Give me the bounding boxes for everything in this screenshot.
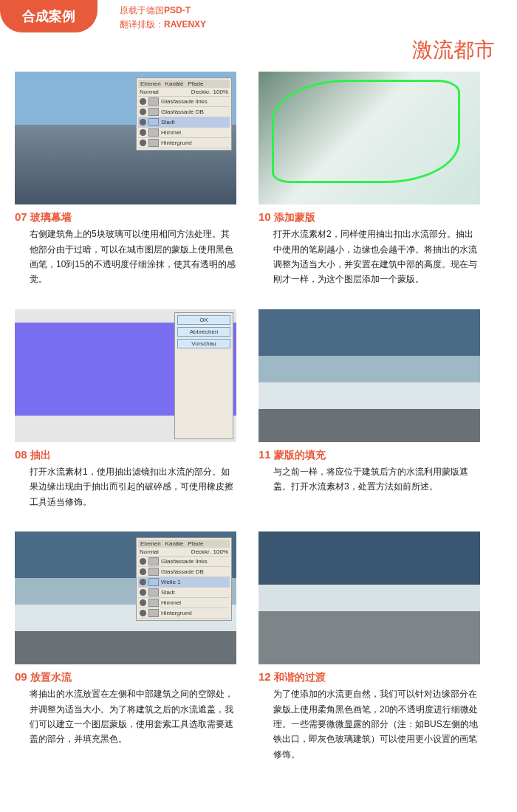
- layer-thumb: [148, 118, 159, 126]
- blend-mode: Normal: [140, 548, 159, 555]
- layer-thumb: [148, 578, 159, 586]
- step-title: 和谐的过渡: [274, 670, 326, 684]
- step-body: 打开水流素材1，使用抽出滤镜扣出水流的部分。如果边缘出现由于抽出而引起的破碎感，…: [15, 464, 236, 509]
- step-number: 09: [15, 670, 27, 684]
- opacity-label: Deckkr.: [191, 89, 211, 95]
- step-image: [258, 531, 480, 664]
- panel-tabs: Ebenen Kanäle Pfade: [138, 80, 230, 88]
- step-number: 12: [258, 670, 271, 684]
- layer-thumb: [148, 97, 159, 106]
- eye-icon: [140, 558, 146, 565]
- layer-name: Himmel: [161, 599, 181, 606]
- layer-name: Glasfassade DB: [161, 109, 204, 115]
- step-12: 12 和谐的过渡 为了使添加的水流更自然，我们可以针对边缘部分在蒙版上使用柔角黑…: [258, 531, 480, 762]
- eye-icon: [140, 599, 146, 606]
- layer-thumb: [148, 108, 159, 116]
- layers-panel: Ebenen Kanäle Pfade NormalDeckkr.100% Gl…: [136, 78, 232, 151]
- steps-grid: Ebenen Kanäle Pfade NormalDeckkr.100% Gl…: [0, 72, 517, 762]
- cancel-button: Abbrechen: [177, 327, 230, 337]
- step-10: 10 添加蒙版 打开水流素材2，同样使用抽出扣出水流部分。抽出中使用的笔刷越小，…: [258, 72, 480, 287]
- eye-icon: [140, 119, 146, 125]
- opacity-value: 100%: [213, 89, 228, 95]
- step-body: 右侧建筑角上的5块玻璃可以使用相同方法处理。其他部分由于过暗，可以在城市图层的蒙…: [15, 227, 236, 287]
- layers-panel: Ebenen Kanäle Pfade NormalDeckkr.100% Gl…: [136, 537, 232, 621]
- layer-thumb: [148, 139, 159, 147]
- step-title: 抽出: [30, 448, 51, 461]
- opacity-label: Deckkr.: [191, 548, 211, 555]
- layer-name: Glasfassade links: [161, 98, 208, 105]
- panel-tabs: Ebenen Kanäle Pfade: [138, 540, 230, 548]
- tab-paths: Pfade: [188, 540, 204, 547]
- tab-paths: Pfade: [188, 80, 204, 87]
- step-title: 添加蒙版: [274, 210, 315, 224]
- tab-channels: Kanäle: [165, 540, 184, 547]
- layer-name: Hintergrund: [161, 610, 192, 616]
- eye-icon: [140, 610, 146, 616]
- step-number: 10: [258, 210, 271, 224]
- step-image: OK Abbrechen Vorschau: [15, 309, 236, 442]
- eye-icon: [140, 568, 146, 575]
- opacity-value: 100%: [213, 548, 228, 555]
- preview-button: Vorschau: [177, 339, 230, 348]
- step-title: 玻璃幕墙: [30, 210, 72, 224]
- step-08: OK Abbrechen Vorschau 08 抽出 打开水流素材1，使用抽出…: [15, 309, 236, 509]
- step-title: 蒙版的填充: [274, 448, 326, 461]
- layer-thumb: [148, 568, 159, 576]
- main-title: 激流都市: [0, 36, 495, 64]
- translator-label: 翻译排版：: [120, 19, 164, 30]
- credits: 原载于德国PSD-T 翻译排版：RAVENXY: [120, 0, 206, 32]
- layer-thumb: [148, 588, 159, 596]
- step-11: 11 蒙版的填充 与之前一样，将应位于建筑后方的水流利用蒙版遮盖。打开水流素材3…: [258, 309, 480, 509]
- step-07: Ebenen Kanäle Pfade NormalDeckkr.100% Gl…: [15, 72, 236, 287]
- step-title: 放置水流: [30, 670, 72, 684]
- layer-name: Stadt: [161, 589, 175, 596]
- tab-layers: Ebenen: [140, 540, 161, 547]
- eye-icon: [140, 589, 146, 596]
- blend-mode: Normal: [140, 89, 159, 95]
- step-09: Ebenen Kanäle Pfade NormalDeckkr.100% Gl…: [15, 531, 236, 762]
- source-value: PSD-T: [164, 5, 191, 16]
- step-body: 为了使添加的水流更自然，我们可以针对边缘部分在蒙版上使用柔角黑色画笔，20的不透…: [258, 687, 480, 762]
- layer-name: Stadt: [161, 119, 175, 125]
- step-image: Ebenen Kanäle Pfade NormalDeckkr.100% Gl…: [15, 72, 236, 204]
- step-image: [258, 72, 480, 204]
- layer-thumb: [148, 128, 159, 137]
- source-label: 原载于德国: [120, 5, 164, 16]
- step-body: 打开水流素材2，同样使用抽出扣出水流部分。抽出中使用的笔刷越小，边缘也会越干净。…: [258, 227, 480, 287]
- eye-icon: [140, 129, 146, 136]
- step-number: 11: [258, 448, 271, 461]
- step-body: 将抽出的水流放置在左侧和中部建筑之间的空隙处，并调整为适当大小。为了将建筑之后的…: [15, 687, 236, 747]
- ok-button: OK: [177, 315, 230, 325]
- step-number: 08: [15, 448, 27, 461]
- tab-channels: Kanäle: [165, 80, 184, 87]
- eye-icon: [140, 140, 146, 146]
- eye-icon: [140, 579, 146, 585]
- selection-outline: [272, 80, 460, 183]
- layer-thumb: [148, 599, 159, 607]
- layer-thumb: [148, 557, 159, 565]
- layer-name: Welle 1: [161, 579, 181, 585]
- category-pill: 合成案例: [0, 0, 97, 32]
- step-number: 07: [15, 210, 27, 224]
- step-image: Ebenen Kanäle Pfade NormalDeckkr.100% Gl…: [15, 531, 236, 664]
- eye-icon: [140, 109, 146, 115]
- translator-value: RAVENXY: [164, 19, 206, 30]
- tab-layers: Ebenen: [140, 80, 161, 87]
- header: 合成案例 原载于德国PSD-T 翻译排版：RAVENXY: [0, 0, 517, 32]
- step-image: [258, 309, 480, 442]
- layer-name: Glasfassade links: [161, 558, 208, 565]
- extract-panel: OK Abbrechen Vorschau: [174, 312, 233, 439]
- layer-name: Hintergrund: [161, 140, 192, 146]
- layer-name: Himmel: [161, 129, 181, 136]
- layer-thumb: [148, 609, 159, 617]
- eye-icon: [140, 98, 146, 105]
- layer-name: Glasfassade DB: [161, 568, 204, 575]
- step-body: 与之前一样，将应位于建筑后方的水流利用蒙版遮盖。打开水流素材3，处置方法如前所述…: [258, 464, 480, 495]
